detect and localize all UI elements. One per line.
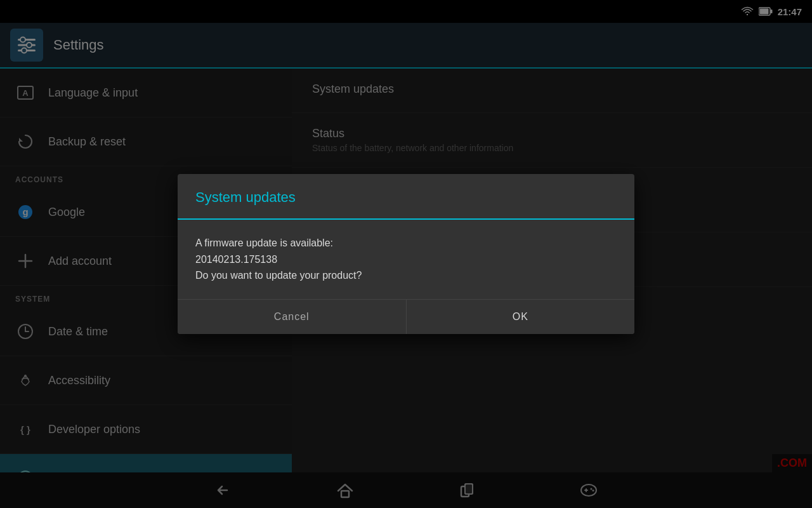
dialog: System updates A firmware update is avai… — [178, 174, 634, 334]
dialog-header: System updates — [178, 174, 634, 220]
dialog-cancel-button[interactable]: Cancel — [178, 300, 406, 334]
dialog-ok-button[interactable]: OK — [407, 300, 635, 334]
dialog-actions: Cancel OK — [178, 299, 634, 334]
dialog-message: A firmware update is available: 20140213… — [195, 237, 362, 281]
dialog-overlay: System updates A firmware update is avai… — [0, 0, 812, 508]
dialog-body: A firmware update is available: 20140213… — [178, 220, 634, 299]
dialog-title: System updates — [195, 189, 296, 205]
